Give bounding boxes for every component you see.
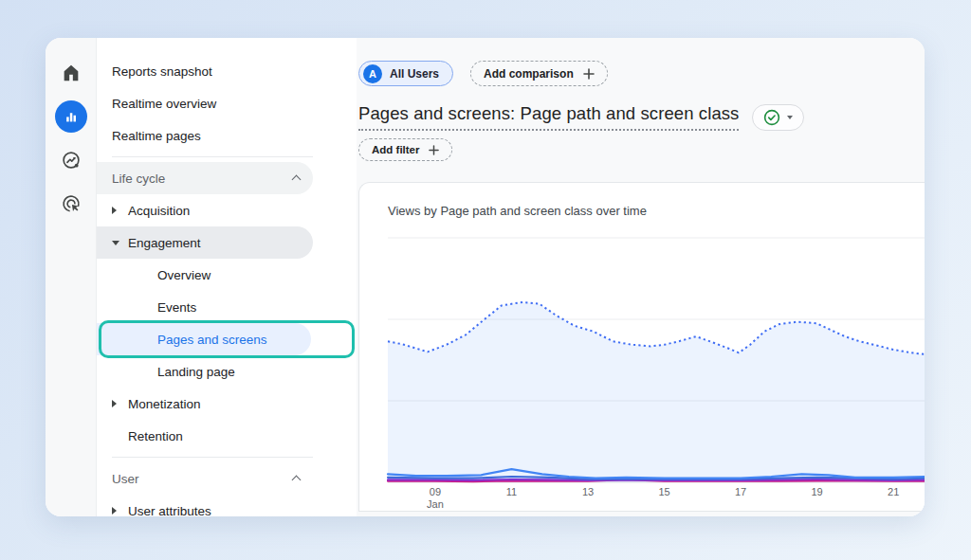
sidebar-item-realtime-pages[interactable]: Realtime pages xyxy=(97,119,357,152)
page-title[interactable]: Pages and screens: Page path and screen … xyxy=(358,103,739,131)
sidebar-section-user[interactable]: User xyxy=(97,462,313,495)
comparison-bar: A All Users Add comparison xyxy=(358,61,925,86)
expand-caret-icon xyxy=(112,507,128,515)
report-sidebar: Reports snapshot Realtime overview Realt… xyxy=(97,38,357,516)
expand-caret-icon xyxy=(112,207,128,214)
filter-bar: Add filter xyxy=(358,138,925,161)
svg-text:17: 17 xyxy=(735,486,746,497)
add-filter-button[interactable]: Add filter xyxy=(358,138,452,161)
sidebar-divider xyxy=(112,156,313,157)
chevron-up-icon xyxy=(292,476,302,485)
advertising-icon[interactable] xyxy=(55,188,87,220)
all-users-pill[interactable]: A All Users xyxy=(358,61,453,86)
chart-svg: 09Jan111315171921 xyxy=(359,183,925,513)
audience-label: All Users xyxy=(390,67,439,81)
svg-text:13: 13 xyxy=(582,486,594,497)
chevron-down-icon xyxy=(787,116,793,119)
sidebar-item-landing-page[interactable]: Landing page xyxy=(97,355,357,388)
home-icon[interactable] xyxy=(55,57,87,89)
expand-caret-icon xyxy=(112,400,128,407)
plus-icon xyxy=(429,145,439,155)
svg-text:19: 19 xyxy=(811,486,822,497)
sidebar-divider xyxy=(112,457,313,458)
sidebar-item-reports-snapshot[interactable]: Reports snapshot xyxy=(97,55,357,87)
audience-avatar: A xyxy=(363,64,382,83)
add-comparison-button[interactable]: Add comparison xyxy=(470,61,608,86)
explore-icon[interactable] xyxy=(55,144,87,176)
analytics-window: Reports snapshot Realtime overview Realt… xyxy=(46,38,925,516)
collapse-caret-icon xyxy=(112,241,128,245)
svg-text:15: 15 xyxy=(658,486,669,497)
svg-text:Jan: Jan xyxy=(427,498,444,510)
chevron-up-icon xyxy=(292,175,302,185)
report-status-dropdown[interactable] xyxy=(752,104,804,131)
plus-icon xyxy=(583,68,595,80)
sidebar-item-monetization[interactable]: Monetization xyxy=(97,388,357,420)
sidebar-item-overview[interactable]: Overview xyxy=(97,259,357,291)
sidebar-item-user-attributes[interactable]: User attributes xyxy=(97,495,357,516)
sidebar-item-realtime-overview[interactable]: Realtime overview xyxy=(97,87,357,119)
views-over-time-chart-card: Views by Page path and screen class over… xyxy=(358,182,925,512)
svg-text:11: 11 xyxy=(506,486,517,497)
sidebar-item-retention[interactable]: Retention xyxy=(97,420,357,452)
report-title-row: Pages and screens: Page path and screen … xyxy=(358,103,925,131)
icon-rail xyxy=(46,38,97,516)
svg-text:09: 09 xyxy=(430,486,441,497)
sidebar-item-pages-and-screens[interactable]: Pages and screens xyxy=(97,323,311,355)
verified-check-icon xyxy=(763,109,780,126)
sidebar-item-events[interactable]: Events xyxy=(97,291,357,323)
sidebar-section-life-cycle[interactable]: Life cycle xyxy=(97,162,313,194)
sidebar-item-acquisition[interactable]: Acquisition xyxy=(97,194,357,226)
reports-icon[interactable] xyxy=(55,100,87,133)
svg-text:21: 21 xyxy=(888,486,899,497)
sidebar-item-engagement[interactable]: Engagement xyxy=(97,226,313,259)
report-main-area: A All Users Add comparison Pages and scr… xyxy=(357,38,925,516)
